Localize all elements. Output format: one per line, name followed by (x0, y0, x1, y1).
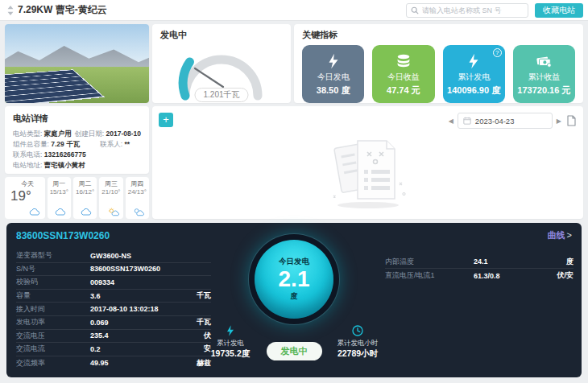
kpi-total-generation: ? 累计发电 140096.90 度 (443, 45, 505, 103)
stat-value: 22789小时 (337, 348, 378, 360)
field-label: 联系人: (100, 140, 122, 148)
row-label: 交流电压 (16, 331, 90, 341)
row-value: 2017-08-10 13:02:18 (90, 305, 187, 313)
total-hours-stat: 累计发电小时 22789小时 (329, 324, 387, 360)
details-row: 电站类型: 家庭户用 创建日期: 2017-08-10 (13, 129, 141, 139)
favorite-station-button[interactable]: 收藏电站 (535, 3, 583, 18)
inverter-left-table: 逆变器型号GW3600-NS S/N号83600SSN173W0260 校验码0… (16, 249, 211, 369)
weather-temp: 15/13° (50, 188, 68, 196)
row-value: 3.6 (90, 292, 187, 300)
field-label: 电站类型: (13, 130, 42, 138)
gauge-value: 2.1 (279, 267, 310, 291)
cloud-icon (54, 207, 68, 217)
weather-day-label: 周三 (105, 179, 118, 188)
search-input[interactable] (422, 6, 524, 14)
station-search-box[interactable] (406, 3, 528, 18)
field-label: 组件总容量: (13, 140, 49, 148)
sun-cloud-icon (106, 207, 120, 217)
no-data-illustration-icon (316, 131, 420, 212)
kpi-value: 38.50 度 (317, 84, 350, 97)
table-row: 交流电压235.4伏 (16, 330, 211, 344)
gauge-unit: 度 (291, 291, 298, 302)
top-header: 7.29KW 曹宅-黄纪云 收藏电站 (0, 0, 588, 21)
field-label: 创建日期: (75, 130, 104, 138)
empty-state (152, 124, 583, 219)
kpi-value: 47.74 元 (387, 84, 420, 97)
row-unit: 度 (549, 257, 574, 267)
field-value: 曹宅镇小黄村 (44, 161, 85, 169)
total-generation-stat: 累计发电 19735.2度 (201, 324, 259, 360)
field-value: 2017-08-10 (106, 130, 141, 138)
row-value: 0.069 (90, 319, 187, 327)
field-label: 联系电话: (13, 150, 42, 159)
table-row: 发电功率0.069千瓦 (16, 316, 211, 330)
clock-icon (351, 324, 364, 337)
stat-value: 19735.2度 (211, 348, 250, 360)
daily-chart-panel: + ◀ 2023-04-23 ▶ (152, 106, 583, 219)
station-details-card: 电站详情 电站类型: 家庭户用 创建日期: 2017-08-10 组件总容量: … (5, 106, 149, 174)
cloud-icon (28, 207, 42, 217)
table-row: 交流电流0.2安 (16, 343, 211, 356)
row-value: 0.2 (90, 345, 187, 353)
weather-temp: 19° (10, 188, 31, 204)
kpi-value: 140096.90 度 (447, 84, 500, 97)
table-row: 接入时间2017-08-10 13:02:18 (16, 303, 211, 316)
kpi-total-income: 累计收益 173720.16 元 (513, 45, 575, 103)
kpi-label: 今日发电 (317, 72, 350, 83)
power-gauge-card: 发电中 1.201千瓦 (152, 24, 291, 103)
weather-temp: 24/13° (128, 188, 147, 196)
table-row: 校验码009334 (16, 276, 211, 290)
table-row: 内部温度24.1度 (385, 255, 574, 269)
collapse-icon[interactable] (6, 6, 14, 15)
stat-label: 累计发电小时 (337, 339, 379, 348)
key-indicators-card: 关键指标 今日发电 38.50 度 今日收益 47.74 元 ? 累计发电 14… (294, 24, 583, 103)
table-row: 交流频率49.95赫兹 (16, 356, 211, 370)
table-row: 直流电压/电流161.3/0.8伏/安 (385, 269, 574, 282)
kpi-title: 关键指标 (302, 29, 575, 41)
lightning-icon (224, 324, 237, 337)
row-label: 接入时间 (16, 304, 90, 315)
inverter-sn-tab[interactable]: 83600SSN173W0260 (16, 230, 110, 241)
page-title: 7.29KW 曹宅-黄纪云 (18, 3, 107, 17)
gauge-card-title: 发电中 (160, 29, 283, 41)
row-label: 交流电流 (16, 344, 90, 354)
row-label: 交流频率 (16, 358, 90, 369)
row-value: GW3600-NS (90, 252, 187, 260)
inverter-panel: 83600SSN173W0260 曲线> 逆变器型号GW3600-NS S/N号… (6, 223, 582, 377)
kpi-today-generation: 今日发电 38.50 度 (302, 45, 364, 103)
weather-day-label: 周二 (79, 179, 92, 188)
weather-day: 周三 21/10° (99, 177, 122, 219)
row-value: 83600SSN173W0260 (90, 265, 187, 273)
row-label: 直流电压/电流1 (385, 270, 474, 281)
table-row: 逆变器型号GW3600-NS (16, 249, 211, 263)
lightning-icon (325, 52, 342, 70)
table-row: S/N号83600SSN173W0260 (16, 263, 211, 277)
row-label: 校验码 (16, 277, 90, 287)
inverter-right-table: 内部温度24.1度 直流电压/电流161.3/0.8伏/安 (385, 255, 574, 282)
curve-link-label: 曲线 (548, 230, 565, 240)
row-value: 235.4 (90, 332, 187, 340)
stat-label: 累计发电 (217, 339, 244, 348)
weather-temp: 21/10° (101, 188, 120, 196)
help-icon[interactable]: ? (493, 48, 502, 57)
row-label: S/N号 (16, 264, 90, 274)
weather-temp: 16/12° (76, 188, 94, 196)
field-label: 电站地址: (13, 161, 42, 169)
kpi-label: 累计收益 (528, 72, 560, 83)
gauge-value-pill: 1.201千瓦 (194, 88, 248, 102)
weather-day: 周四 24/13° (126, 177, 149, 219)
row-value: 009334 (90, 278, 187, 286)
weather-today: 今天 19° (5, 177, 45, 219)
kpi-today-income: 今日收益 47.74 元 (372, 45, 434, 103)
row-label: 发电功率 (16, 317, 90, 327)
row-unit: 伏/安 (549, 270, 574, 281)
cash-icon (535, 52, 553, 70)
curve-link[interactable]: 曲线> (548, 229, 572, 241)
weather-day: 周二 16/12° (73, 177, 97, 219)
field-value: 13216266775 (44, 150, 86, 159)
power-gauge: 1.201千瓦 (161, 41, 282, 104)
weather-day-label: 周一 (52, 179, 65, 188)
weather-day: 周一 15/13° (48, 177, 71, 219)
generating-status-button[interactable]: 发电中 (267, 342, 322, 360)
today-generation-gauge: 今日发电 2.1 度 (249, 234, 339, 324)
